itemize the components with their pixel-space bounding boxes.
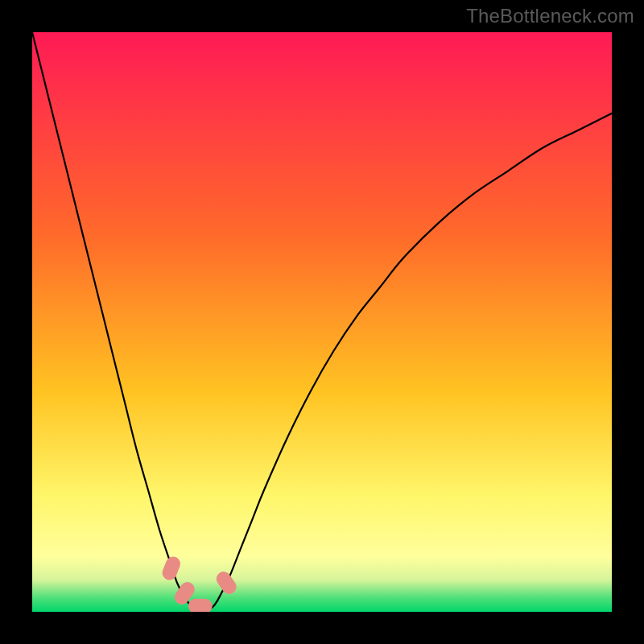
watermark-text: TheBottleneck.com bbox=[466, 5, 634, 27]
gradient-background bbox=[32, 32, 612, 612]
chart-frame: TheBottleneck.com bbox=[0, 0, 644, 644]
svg-rect-2 bbox=[188, 599, 213, 612]
bottleneck-chart bbox=[32, 32, 612, 612]
marker-pill bbox=[188, 599, 213, 612]
